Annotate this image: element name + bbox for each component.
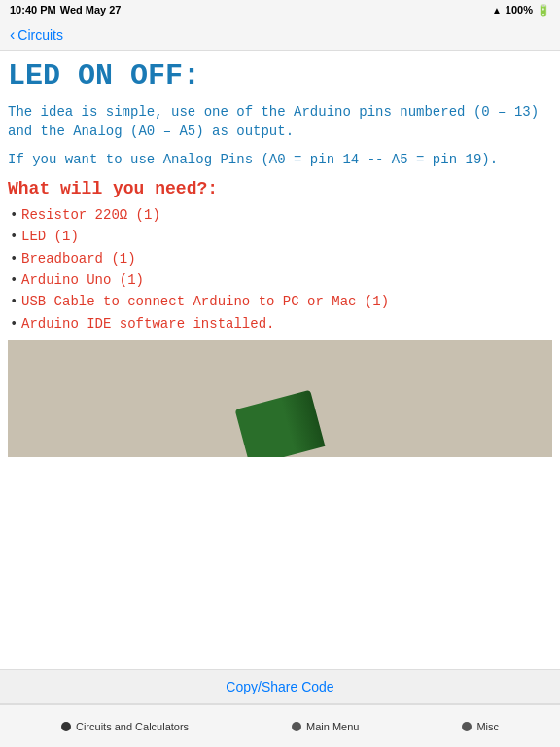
list-item: USB Cable to connect Arduino to PC or Ma… — [8, 291, 552, 312]
status-left: 10:40 PM Wed May 27 — [10, 4, 121, 16]
list-item: Arduino IDE software installed. — [8, 313, 552, 335]
circuit-image — [8, 340, 552, 457]
tab-dot-main — [292, 722, 301, 731]
tab-label-main: Main Menu — [306, 721, 359, 732]
tab-misc[interactable]: Misc — [462, 721, 499, 732]
back-label: Circuits — [18, 27, 63, 43]
page-title: LED ON OFF: — [8, 60, 552, 92]
copy-share-bar[interactable]: Copy/Share Code — [0, 669, 560, 704]
description-1: The idea is simple, use one of the Ardui… — [8, 102, 552, 142]
tab-circuits-calculators[interactable]: Circuits and Calculators — [61, 721, 189, 732]
tab-label-circuits: Circuits and Calculators — [76, 721, 189, 732]
battery-level: 100% — [506, 4, 533, 16]
nav-bar: ‹ Circuits — [0, 19, 560, 51]
list-item: Resistor 220Ω (1) — [8, 204, 552, 226]
tab-label-misc: Misc — [476, 721, 499, 732]
status-right: ▲ 100% 🔋 — [492, 4, 550, 17]
status-time: 10:40 PM — [10, 4, 56, 16]
tab-bar: Circuits and Calculators Main Menu Misc — [0, 704, 560, 747]
list-item: Arduino Uno (1) — [8, 269, 552, 291]
copy-share-button[interactable]: Copy/Share Code — [226, 679, 333, 694]
battery-icon: 🔋 — [537, 4, 550, 17]
back-button[interactable]: ‹ Circuits — [10, 26, 63, 44]
description-2: If you want to use Analog Pins (A0 = pin… — [8, 150, 552, 169]
tab-dot-misc — [462, 722, 472, 731]
back-chevron-icon: ‹ — [10, 26, 15, 44]
cable-visual — [235, 390, 326, 457]
status-date: Wed May 27 — [60, 4, 122, 16]
tab-dot-circuits — [61, 722, 71, 731]
status-bar: 10:40 PM Wed May 27 ▲ 100% 🔋 — [0, 0, 560, 19]
materials-list: Resistor 220Ω (1) LED (1) Breadboard (1)… — [8, 204, 552, 335]
tab-main-menu[interactable]: Main Menu — [292, 721, 359, 732]
main-content: LED ON OFF: The idea is simple, use one … — [0, 51, 560, 669]
list-item: LED (1) — [8, 226, 552, 247]
list-item: Breadboard (1) — [8, 248, 552, 269]
wifi-icon: ▲ — [492, 5, 502, 16]
section-title: What will you need?: — [8, 179, 552, 198]
